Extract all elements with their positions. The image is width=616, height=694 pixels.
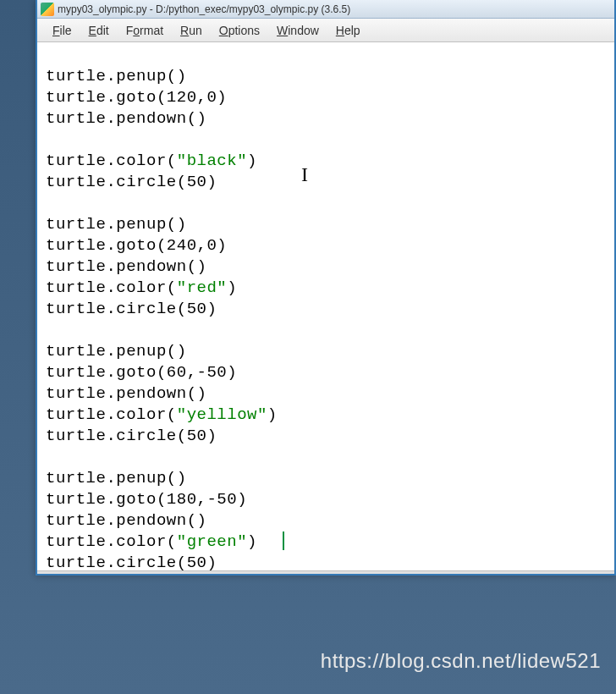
- menubar: File Edit Format Run Options Window Help: [37, 19, 614, 42]
- code-line: turtle.penup(): [46, 66, 614, 87]
- code-line: turtle.color("green"): [46, 532, 614, 553]
- code-line: [46, 447, 614, 468]
- code-line: turtle.goto(180,-50): [46, 489, 614, 510]
- code-line: turtle.color("black"): [46, 151, 614, 172]
- caret-icon: [283, 532, 284, 550]
- menu-window[interactable]: Window: [268, 20, 327, 41]
- watermark-text: https://blog.csdn.net/lidew521: [321, 649, 601, 673]
- menu-format[interactable]: Format: [118, 20, 172, 41]
- menu-file[interactable]: File: [44, 20, 80, 41]
- text-cursor-icon: I: [301, 164, 309, 185]
- string-literal: "green": [177, 532, 247, 551]
- code-line: turtle.circle(50): [46, 299, 614, 320]
- code-line: turtle.pendown(): [46, 256, 614, 278]
- menu-help[interactable]: Help: [327, 20, 369, 41]
- code-line: turtle.pendown(): [46, 383, 614, 405]
- code-line: turtle.penup(): [46, 468, 614, 489]
- code-line: turtle.circle(50): [46, 426, 614, 447]
- code-line: [46, 193, 614, 214]
- string-literal: "red": [177, 278, 228, 297]
- window-title: mypy03_olympic.py - D:/python_exec/mypy0…: [58, 3, 350, 15]
- code-line: turtle.color("red"): [46, 278, 614, 299]
- statusbar: [37, 570, 614, 574]
- code-line: [46, 129, 614, 151]
- code-line: turtle.goto(240,0): [46, 235, 614, 256]
- code-editor[interactable]: turtle.penup() turtle.goto(120,0) turtle…: [37, 42, 614, 574]
- code-line: turtle.goto(120,0): [46, 87, 614, 108]
- code-line: turtle.penup(): [46, 214, 614, 235]
- code-line: [46, 320, 614, 341]
- code-line: turtle.pendown(): [46, 510, 614, 532]
- menu-options[interactable]: Options: [211, 20, 268, 41]
- idle-window: mypy03_olympic.py - D:/python_exec/mypy0…: [36, 0, 616, 576]
- code-line: turtle.color("yelllow"): [46, 405, 614, 426]
- string-literal: "yelllow": [177, 405, 267, 424]
- string-literal: "black": [177, 151, 247, 170]
- titlebar[interactable]: mypy03_olympic.py - D:/python_exec/mypy0…: [37, 0, 614, 19]
- code-line: turtle.penup(): [46, 341, 614, 362]
- code-line: turtle.pendown(): [46, 108, 614, 129]
- menu-edit[interactable]: Edit: [80, 20, 118, 41]
- menu-run[interactable]: Run: [172, 20, 211, 41]
- code-line: turtle.goto(60,-50): [46, 362, 614, 383]
- code-line: turtle.circle(50): [46, 172, 614, 193]
- app-icon: [41, 3, 54, 16]
